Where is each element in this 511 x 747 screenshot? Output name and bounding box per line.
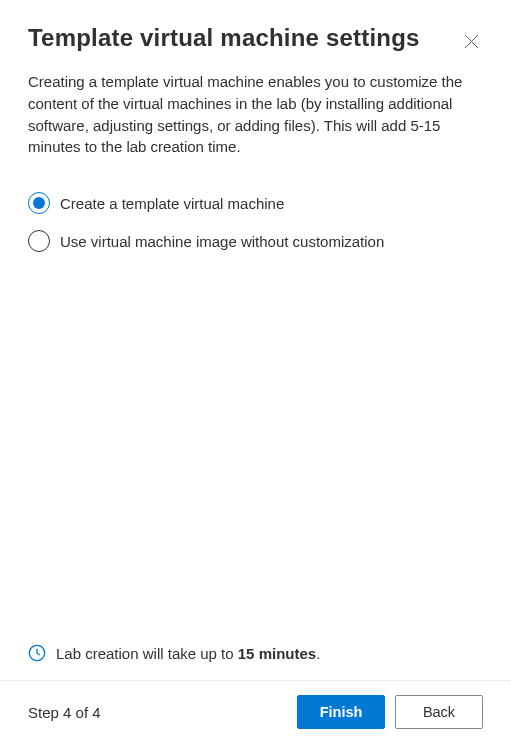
close-icon	[464, 34, 479, 49]
option-label: Create a template virtual machine	[60, 195, 284, 212]
clock-icon	[28, 644, 46, 662]
option-label: Use virtual machine image without custom…	[60, 233, 384, 250]
page-title: Template virtual machine settings	[28, 24, 420, 52]
info-row: Lab creation will take up to 15 minutes.	[0, 644, 511, 680]
radio-icon	[28, 192, 50, 214]
back-button[interactable]: Back	[395, 695, 483, 729]
footer: Step 4 of 4 Finish Back	[0, 680, 511, 747]
finish-button[interactable]: Finish	[297, 695, 385, 729]
options-group: Create a template virtual machine Use vi…	[0, 158, 511, 260]
radio-icon	[28, 230, 50, 252]
close-button[interactable]	[460, 30, 483, 53]
description-text: Creating a template virtual machine enab…	[0, 53, 511, 158]
step-indicator: Step 4 of 4	[28, 704, 297, 721]
info-text: Lab creation will take up to 15 minutes.	[56, 645, 320, 662]
option-create-template[interactable]: Create a template virtual machine	[28, 184, 483, 222]
option-use-image[interactable]: Use virtual machine image without custom…	[28, 222, 483, 260]
